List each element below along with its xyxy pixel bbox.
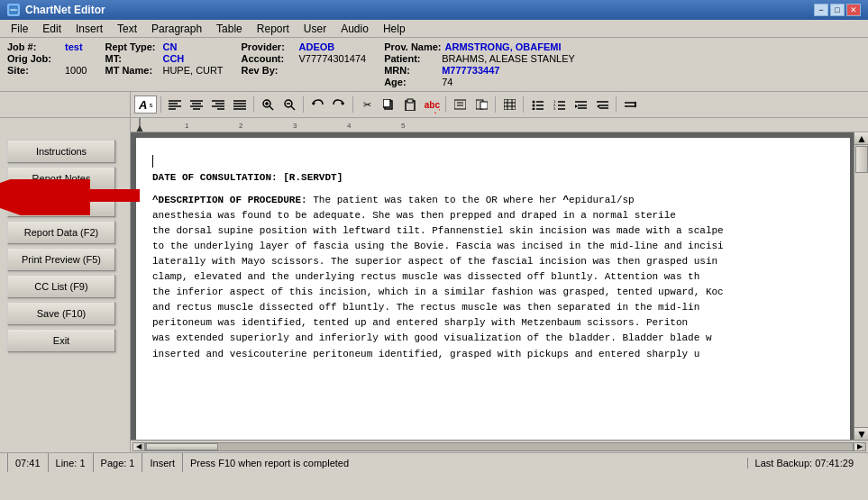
status-bar: 07:41 Line: 1 Page: 1 Insert Press F10 w…	[0, 452, 868, 472]
menu-help[interactable]: Help	[376, 21, 413, 37]
text-size-button[interactable]: A s	[134, 95, 157, 114]
menu-report[interactable]: Report	[250, 21, 297, 37]
window-title: ChartNet Editor	[25, 4, 105, 16]
table-button[interactable]	[499, 95, 519, 114]
horizontal-scrollbar[interactable]: ◀ ▶	[131, 440, 868, 452]
sep3	[303, 96, 304, 113]
doc-desc-head: DESCRIPTION OF PROCEDURE:	[159, 195, 307, 205]
doc-caret-1: ^	[152, 195, 159, 205]
numbered-list-button[interactable]: 1.2.3.	[549, 95, 569, 114]
maximize-button[interactable]: □	[830, 4, 845, 16]
zoom-in-button[interactable]	[258, 95, 278, 114]
hscroll-spacer	[0, 440, 131, 452]
svg-text:4: 4	[347, 122, 352, 130]
save-button[interactable]: Save (F10)	[7, 302, 115, 325]
ruler-spacer	[0, 118, 131, 132]
close-button[interactable]: ✕	[846, 4, 861, 16]
title-bar: ChartNet Editor − □ ✕	[0, 0, 868, 20]
vertical-scrollbar[interactable]: ▲ ▼	[854, 132, 868, 440]
align-left-button[interactable]	[165, 95, 185, 114]
patient-label: Patient:	[384, 53, 438, 64]
svg-point-41	[532, 101, 535, 104]
menu-audio[interactable]: Audio	[333, 21, 376, 37]
align-right-button[interactable]	[208, 95, 228, 114]
mrn-value: M777733447	[442, 65, 499, 76]
sep2	[253, 96, 254, 113]
menu-table[interactable]: Table	[209, 21, 250, 37]
svg-rect-35	[480, 102, 488, 109]
outdent-button[interactable]	[592, 95, 612, 114]
bullets-button[interactable]	[527, 95, 547, 114]
menu-user[interactable]: User	[297, 21, 333, 37]
hscroll-left-button[interactable]: ◀	[132, 442, 145, 451]
scroll-down-button[interactable]: ▼	[854, 427, 868, 440]
sep1	[160, 96, 161, 113]
sep6	[495, 96, 496, 113]
cut-button[interactable]: ✂	[357, 95, 377, 114]
align-center-button[interactable]	[187, 95, 206, 114]
scroll-thumb[interactable]	[855, 146, 868, 173]
svg-text:3.: 3.	[553, 106, 556, 110]
doc-line-1: DATE OF CONSULTATION: [R.SERVDT]	[152, 170, 834, 186]
svg-rect-36	[504, 99, 516, 110]
more-button[interactable]	[620, 95, 640, 114]
svg-text:2: 2	[239, 122, 243, 130]
hscroll-thumb[interactable]	[146, 443, 218, 450]
redo-button[interactable]	[329, 95, 349, 114]
doc-line-11: inserted and vesicouterine peritoneum id…	[152, 349, 699, 359]
svg-marker-60	[597, 105, 599, 108]
justify-button[interactable]	[230, 95, 250, 114]
print-preview-button[interactable]: Print Preview (F5)	[7, 248, 115, 271]
rev-by-label: Rev By:	[242, 65, 296, 76]
menu-paragraph[interactable]: Paragraph	[144, 21, 209, 37]
scroll-up-button[interactable]: ▲	[854, 132, 868, 145]
site-value: 1000	[65, 65, 87, 76]
exit-button[interactable]: Exit	[7, 329, 115, 352]
indent-button[interactable]	[571, 95, 590, 114]
status-mode: Insert	[142, 453, 183, 472]
ruler-row: 1 2 3 4 5	[0, 118, 868, 132]
document-page[interactable]: DATE OF CONSULTATION: [R.SERVDT] ^DESCRI…	[136, 138, 850, 440]
expand-type-button[interactable]: ExpandType	[7, 194, 115, 217]
cc-list-button[interactable]: CC List (F9)	[7, 275, 115, 298]
menu-text[interactable]: Text	[110, 21, 144, 37]
report-notes-button[interactable]: Report Notes	[7, 167, 115, 190]
paste-button[interactable]	[400, 95, 420, 114]
status-page: Page: 1	[94, 453, 143, 472]
text-size-label: A	[139, 98, 147, 112]
expand2-button[interactable]	[471, 95, 491, 114]
hscroll-track[interactable]	[145, 442, 854, 451]
minimize-button[interactable]: −	[814, 4, 828, 16]
svg-rect-30	[407, 99, 413, 103]
menu-edit[interactable]: Edit	[35, 21, 69, 37]
svg-line-23	[291, 106, 295, 110]
mt-name-label: MT Name:	[105, 65, 159, 76]
doc-body-text: The patient was taken to the OR where he…	[307, 195, 563, 205]
doc-body-text2: epidural/sp	[569, 195, 635, 205]
info-col-1: Job #: test Orig Job: Site: 1000	[7, 41, 87, 87]
status-hint: Press F10 when report is completed	[183, 458, 747, 468]
instructions-button[interactable]: Instructions	[7, 140, 115, 163]
account-value: V77774301474	[299, 53, 367, 64]
hscroll-right-button[interactable]: ▶	[854, 442, 866, 451]
site-label: Site:	[7, 65, 61, 76]
zoom-out-button[interactable]	[279, 95, 299, 114]
doc-body: ^DESCRIPTION OF PROCEDURE: The patient w…	[152, 193, 834, 362]
expand1-button[interactable]	[450, 95, 470, 114]
report-data-button[interactable]: Report Data (F2)	[7, 221, 115, 244]
editor-area[interactable]: DATE OF CONSULTATION: [R.SERVDT] ^DESCRI…	[131, 132, 868, 440]
copy-button[interactable]	[379, 95, 398, 114]
spell-check-button[interactable]: abc	[422, 95, 442, 114]
menu-file[interactable]: File	[4, 21, 35, 37]
menu-insert[interactable]: Insert	[69, 21, 110, 37]
app-icon	[7, 4, 20, 16]
doc-line-5: laterally with Mayo scissors. The superi…	[152, 256, 717, 267]
main-area: Instructions Report Notes ExpandType Rep…	[0, 132, 868, 440]
job-label: Job #:	[7, 41, 61, 52]
undo-button[interactable]	[307, 95, 327, 114]
doc-cursor-line	[152, 152, 834, 170]
hscrollbar-row: ◀ ▶	[0, 440, 868, 452]
doc-line-9: peritoneum was identified, tented up and…	[152, 317, 688, 328]
window-controls[interactable]: − □ ✕	[814, 4, 861, 16]
prov-name-label: Prov. Name:	[384, 41, 441, 52]
